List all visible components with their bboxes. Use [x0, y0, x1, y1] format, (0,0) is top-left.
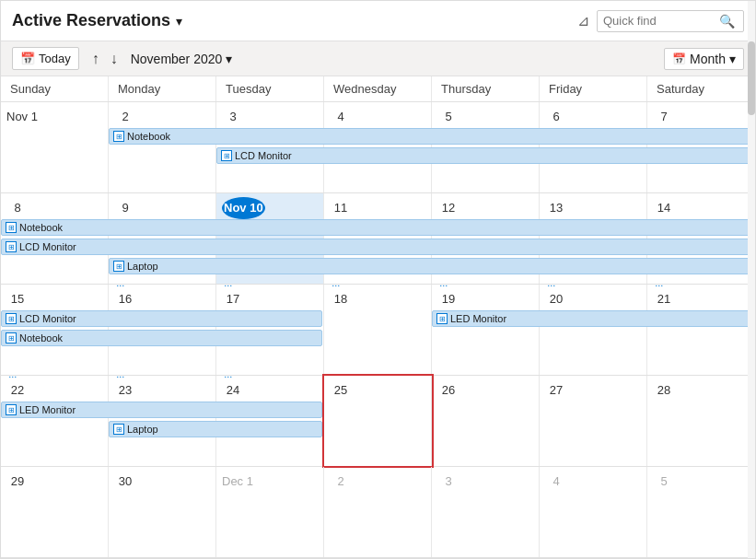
- event-label: LED Monitor: [450, 313, 506, 324]
- day-cell[interactable]: Nov 1: [1, 102, 109, 192]
- day-number: 19: [437, 288, 459, 310]
- day-number: 23: [114, 379, 136, 402]
- day-cell[interactable]: 30: [109, 467, 216, 557]
- day-cell[interactable]: 22: [1, 376, 109, 466]
- day-number: 13: [545, 197, 567, 219]
- prev-arrow[interactable]: ↑: [88, 49, 103, 69]
- day-headers: SundayMondayTuesdayWednesdayThursdayFrid…: [1, 76, 755, 102]
- day-header: Sunday: [1, 76, 109, 101]
- scrollbar-thumb[interactable]: [748, 41, 755, 115]
- header-left: Active Reservations ▾: [12, 11, 182, 30]
- event-label: Notebook: [127, 131, 170, 142]
- nav-arrows: ↑ ↓: [88, 49, 122, 69]
- event-label: Notebook: [19, 222, 63, 233]
- day-cell[interactable]: 21: [647, 285, 755, 375]
- day-number: 26: [437, 379, 459, 402]
- event-bar[interactable]: ⊞LCD Monitor: [1, 239, 753, 255]
- more-link[interactable]: ...: [8, 368, 17, 379]
- calendar-container: SundayMondayTuesdayWednesdayThursdayFrid…: [1, 76, 755, 558]
- more-link[interactable]: ...: [224, 368, 232, 379]
- day-cell[interactable]: 19: [432, 285, 540, 375]
- day-number: 17: [222, 288, 244, 310]
- day-cell[interactable]: 25: [324, 376, 432, 466]
- scrollbar[interactable]: [748, 1, 755, 558]
- day-number: 3: [222, 106, 244, 128]
- week-row: 15161718192021⊞LCD Monitor⊞Notebook⊞LED …: [1, 285, 755, 376]
- month-year-text: November 2020: [131, 52, 223, 66]
- more-link[interactable]: ...: [547, 277, 555, 288]
- week-row: Nov 1234567⊞Notebook⊞LCD Monitor: [1, 102, 755, 193]
- day-number: 14: [653, 197, 675, 219]
- today-label: Today: [39, 52, 71, 65]
- day-number: 4: [330, 106, 352, 128]
- more-link[interactable]: ...: [116, 368, 124, 379]
- event-bar[interactable]: ⊞Notebook: [109, 128, 753, 145]
- event-bar[interactable]: ⊞LCD Monitor: [1, 310, 322, 327]
- day-cell[interactable]: 2: [109, 102, 216, 192]
- day-number: 20: [545, 288, 567, 310]
- day-cell[interactable]: 27: [540, 376, 647, 466]
- event-icon: ⊞: [436, 313, 448, 324]
- day-cell[interactable]: 20: [540, 285, 647, 375]
- event-icon: ⊞: [6, 404, 17, 415]
- event-icon: ⊞: [6, 313, 17, 324]
- day-cell[interactable]: 18: [324, 285, 432, 375]
- view-calendar-icon: 📅: [672, 52, 686, 65]
- day-cell[interactable]: 5: [647, 467, 755, 557]
- day-number: 3: [437, 471, 459, 493]
- day-number: 2: [114, 106, 136, 128]
- day-number: 21: [653, 288, 675, 310]
- day-number: 30: [114, 471, 136, 493]
- calendar-body: Nov 1234567⊞Notebook⊞LCD Monitor89Nov 10…: [1, 102, 755, 558]
- more-link[interactable]: ...: [331, 277, 340, 288]
- day-number: 15: [6, 288, 29, 310]
- day-header: Tuesday: [216, 76, 324, 101]
- next-arrow[interactable]: ↓: [107, 49, 122, 69]
- day-cell[interactable]: 28: [647, 376, 755, 466]
- week-row: 2930Dec 12345: [1, 467, 755, 558]
- day-number: 4: [545, 471, 567, 493]
- event-icon: ⊞: [113, 131, 124, 142]
- month-year-label[interactable]: November 2020 ▾: [131, 52, 233, 66]
- more-link[interactable]: ...: [224, 277, 232, 288]
- title-chevron-icon[interactable]: ▾: [176, 14, 182, 29]
- day-number: 2: [330, 471, 352, 493]
- event-bar[interactable]: ⊞Laptop: [109, 258, 753, 274]
- event-bar[interactable]: ⊞Notebook: [1, 219, 753, 236]
- search-box: 🔍: [597, 10, 744, 32]
- day-cell[interactable]: 26: [432, 376, 540, 466]
- day-cell[interactable]: 29: [1, 467, 109, 557]
- today-button[interactable]: 📅 Today: [12, 47, 79, 70]
- day-number: 9: [114, 197, 136, 219]
- calendar-small-icon: 📅: [20, 52, 35, 65]
- search-input[interactable]: [603, 14, 714, 28]
- day-cell[interactable]: Dec 1: [216, 467, 324, 557]
- more-link[interactable]: ...: [116, 277, 124, 288]
- event-icon: ⊞: [221, 150, 232, 161]
- event-icon: ⊞: [113, 424, 124, 435]
- day-cell[interactable]: 3: [432, 467, 540, 557]
- event-bar[interactable]: ⊞Laptop: [109, 421, 322, 437]
- event-label: LCD Monitor: [19, 241, 76, 252]
- event-bar[interactable]: ⊞LCD Monitor: [216, 147, 753, 164]
- more-link[interactable]: ...: [439, 277, 448, 288]
- event-icon: ⊞: [6, 222, 17, 233]
- view-selector[interactable]: 📅 Month ▾: [664, 48, 744, 70]
- week-row: 89Nov 1011121314⊞Notebook⊞LCD Monitor⊞La…: [1, 193, 755, 285]
- event-bar[interactable]: ⊞Notebook: [1, 330, 322, 346]
- event-bar[interactable]: ⊞LED Monitor: [432, 310, 753, 327]
- event-label: LCD Monitor: [19, 313, 76, 324]
- event-icon: ⊞: [6, 332, 17, 344]
- event-bar[interactable]: ⊞LED Monitor: [1, 402, 322, 418]
- event-label: LCD Monitor: [235, 150, 292, 161]
- event-icon: ⊞: [6, 241, 17, 252]
- day-cell[interactable]: 4: [540, 467, 647, 557]
- more-link[interactable]: ...: [655, 277, 663, 288]
- day-cell[interactable]: 2: [324, 467, 432, 557]
- filter-icon[interactable]: ⊿: [577, 12, 589, 29]
- day-number: 25: [330, 379, 352, 402]
- header: Active Reservations ▾ ⊿ 🔍: [1, 1, 755, 41]
- header-right: ⊿ 🔍: [577, 10, 744, 32]
- day-number: Dec 1: [222, 471, 253, 493]
- event-label: LED Monitor: [19, 404, 76, 415]
